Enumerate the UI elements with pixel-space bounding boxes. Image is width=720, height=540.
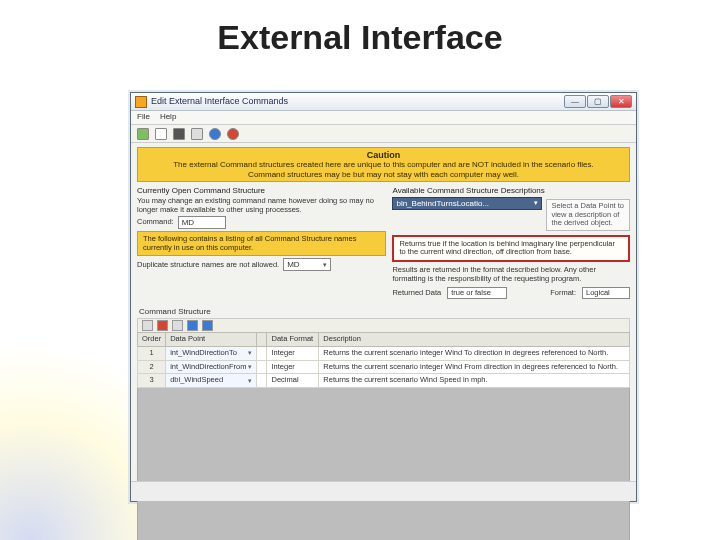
grid-empty-area bbox=[137, 388, 630, 540]
grid-label: Command Structure bbox=[139, 307, 630, 316]
command-label: Command: bbox=[137, 218, 174, 227]
data-grid[interactable]: Order Data Point Data Format Description… bbox=[137, 332, 630, 388]
globe-icon[interactable] bbox=[209, 128, 221, 140]
print-icon[interactable] bbox=[191, 128, 203, 140]
chevron-down-icon: ▾ bbox=[248, 363, 252, 371]
description-combo[interactable]: bln_BehindTurnsLocatio... ▾ bbox=[392, 197, 542, 210]
open-icon[interactable] bbox=[155, 128, 167, 140]
datapoint-cell[interactable]: int_WindDirectionTo▾ bbox=[170, 349, 252, 358]
table-row[interactable]: 2 int_WindDirectionFrom▾ Integer Returns… bbox=[138, 360, 630, 374]
caution-banner: Caution The external Command structures … bbox=[137, 147, 630, 182]
datapoint-text: int_WindDirectionFrom bbox=[170, 363, 246, 372]
close-button[interactable]: ✕ bbox=[610, 95, 632, 108]
minimize-button[interactable]: — bbox=[564, 95, 586, 108]
table-row[interactable]: 3 dbl_WindSpeed▾ Decimal Returns the cur… bbox=[138, 374, 630, 388]
slide-title: External Interface bbox=[0, 18, 720, 57]
structure-list-text: The following contains a listing of all … bbox=[143, 234, 356, 252]
structure-list-combo[interactable]: MD ▾ bbox=[283, 258, 331, 271]
caution-line2: Command structures may be but may not st… bbox=[144, 170, 623, 179]
chevron-down-icon: ▾ bbox=[323, 261, 327, 269]
col-description[interactable]: Description bbox=[319, 333, 630, 347]
toolbar bbox=[131, 125, 636, 143]
window-title: Edit External Interface Commands bbox=[151, 96, 564, 106]
grid-movedown-icon[interactable] bbox=[202, 320, 213, 331]
left-header: Currently Open Command Structure bbox=[137, 186, 386, 195]
chevron-down-icon: ▾ bbox=[534, 199, 538, 207]
grid-add-icon[interactable] bbox=[142, 320, 153, 331]
col-dataformat[interactable]: Data Format bbox=[267, 333, 319, 347]
row-num: 2 bbox=[138, 360, 166, 374]
datapoint-cell[interactable]: int_WindDirectionFrom▾ bbox=[170, 363, 252, 372]
datapoint-cell[interactable]: dbl_WindSpeed▾ bbox=[170, 376, 252, 385]
structure-list-value: MD bbox=[287, 260, 299, 269]
command-input[interactable]: MD bbox=[178, 216, 226, 229]
status-bar bbox=[131, 481, 636, 501]
description-hint: Select a Data Point to view a descriptio… bbox=[546, 199, 630, 231]
grid-copy-icon[interactable] bbox=[172, 320, 183, 331]
chevron-down-icon: ▾ bbox=[248, 349, 252, 357]
col-datapoint[interactable]: Data Point bbox=[166, 333, 257, 347]
table-row[interactable]: 1 int_WindDirectionTo▾ Integer Returns t… bbox=[138, 347, 630, 361]
grid-section: Command Structure Order Data Point Data … bbox=[137, 307, 630, 540]
save-icon[interactable] bbox=[173, 128, 185, 140]
format-value: Logical bbox=[582, 287, 630, 299]
format-cell: Decimal bbox=[267, 374, 319, 388]
format-label: Format: bbox=[550, 289, 576, 298]
maximize-button[interactable]: ▢ bbox=[587, 95, 609, 108]
desc-cell: Returns the current scenario Wind Speed … bbox=[319, 374, 630, 388]
returned-data-label: Returned Data bbox=[392, 289, 441, 298]
stop-icon[interactable] bbox=[227, 128, 239, 140]
right-panel: Available Command Structure Descriptions… bbox=[392, 186, 630, 300]
app-window: Edit External Interface Commands — ▢ ✕ F… bbox=[130, 92, 637, 502]
desc-cell: Returns the current scenario integer Win… bbox=[319, 347, 630, 361]
caution-header: Caution bbox=[144, 150, 623, 160]
app-icon bbox=[135, 96, 147, 108]
row-num: 1 bbox=[138, 347, 166, 361]
description-detail: Returns true if the location is behind i… bbox=[392, 235, 630, 262]
titlebar: Edit External Interface Commands — ▢ ✕ bbox=[131, 93, 636, 111]
datapoint-text: int_WindDirectionTo bbox=[170, 349, 237, 358]
format-cell: Integer bbox=[267, 347, 319, 361]
command-value: MD bbox=[182, 218, 194, 227]
returned-data-value: true or false bbox=[447, 287, 507, 299]
chevron-down-icon: ▾ bbox=[248, 377, 252, 385]
description-combo-value: bln_BehindTurnsLocatio... bbox=[396, 199, 489, 208]
grid-delete-icon[interactable] bbox=[157, 320, 168, 331]
datapoint-text: dbl_WindSpeed bbox=[170, 376, 223, 385]
grid-toolbar bbox=[137, 318, 630, 332]
left-note: You may change an existing command name … bbox=[137, 197, 386, 214]
row-num: 3 bbox=[138, 374, 166, 388]
caution-line1: The external Command structures created … bbox=[144, 160, 623, 169]
col-order[interactable]: Order bbox=[138, 333, 166, 347]
right-header: Available Command Structure Descriptions bbox=[392, 186, 630, 195]
menu-file[interactable]: File bbox=[137, 112, 150, 123]
desc-cell: Returns the current scenario integer Win… bbox=[319, 360, 630, 374]
result-note: Results are returned in the format descr… bbox=[392, 266, 630, 283]
structure-list-note: The following contains a listing of all … bbox=[137, 231, 386, 256]
menu-help[interactable]: Help bbox=[160, 112, 176, 123]
menubar: File Help bbox=[131, 111, 636, 125]
left-panel: Currently Open Command Structure You may… bbox=[137, 186, 386, 300]
grid-moveup-icon[interactable] bbox=[187, 320, 198, 331]
new-icon[interactable] bbox=[137, 128, 149, 140]
format-cell: Integer bbox=[267, 360, 319, 374]
duplicate-note: Duplicate structure names are not allowe… bbox=[137, 261, 279, 270]
